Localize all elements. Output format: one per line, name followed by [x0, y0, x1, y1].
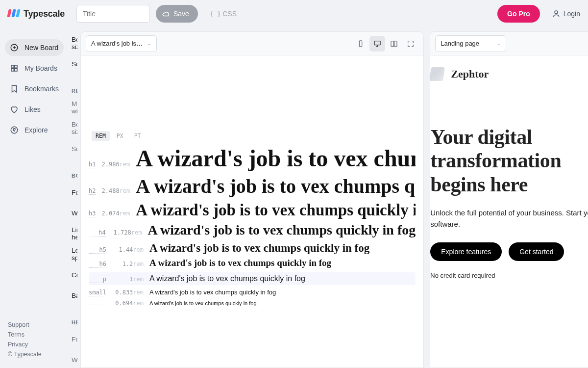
chevron-down-icon: ⌄ [496, 40, 501, 47]
nav-label: New Board [24, 44, 58, 52]
nav-label: My Boards [24, 64, 57, 72]
landing-preview-panel: Landing page ⌄ [430, 31, 588, 368]
scale-tag: p [89, 276, 106, 283]
scale-row-h4[interactable]: h41.728remA wizard's job is to vex chump… [89, 223, 416, 238]
footer-copyright: © Typescale [8, 349, 59, 359]
svg-rect-3 [15, 65, 17, 68]
label-head-weight: Weight [72, 356, 77, 364]
label-body-lh: Line-height [72, 226, 77, 241]
cta-explore[interactable]: Explore features [430, 242, 502, 261]
login-button[interactable]: Login [552, 9, 580, 18]
nav-likes[interactable]: Likes [5, 101, 64, 118]
device-mobile-icon[interactable] [353, 36, 368, 52]
scale-tag: h6 [89, 261, 106, 268]
svg-rect-9 [391, 41, 393, 46]
grid-icon [10, 64, 19, 73]
nav-label: Explore [24, 126, 48, 134]
sample-text-select[interactable]: A wizard's job is to ve... ⌄ [86, 35, 157, 52]
scale-row-p[interactable]: p1remA wizard's job is to vex chumps qui… [89, 272, 416, 285]
unit-tabs: REM PX PT [92, 131, 416, 141]
plus-circle-icon [10, 43, 19, 52]
go-pro-button[interactable]: Go Pro [497, 5, 540, 23]
footer-support[interactable]: Support [8, 320, 59, 330]
scale-tag: h3 [89, 210, 96, 217]
scale-sample: A wizard's job is to vex chumps quickly … [136, 146, 416, 172]
cloud-icon [162, 9, 171, 18]
label-body-color: Color [72, 271, 77, 279]
scale-sample: A wizard's job is to vex chumps quickly … [136, 176, 416, 197]
nav-footer: Support Terms Privacy © Typescale [5, 320, 64, 363]
scale-row-h5[interactable]: h51.44remA wizard's job is to vex chumps… [89, 242, 416, 254]
nav-new-board[interactable]: New Board [5, 39, 64, 56]
scale-row-tiny[interactable]: 0.694remA wizard's job is to vex chumps … [89, 300, 416, 307]
scale-row-h6[interactable]: h61.2remA wizard's job is to vex chumps … [89, 258, 416, 268]
nav-explore[interactable]: Explore [5, 122, 64, 138]
hero-subtitle: Unlock the full potential of your busine… [430, 207, 588, 230]
footer-privacy[interactable]: Privacy [8, 340, 59, 349]
label-resp-body-size: Body size [72, 121, 77, 135]
svg-rect-4 [11, 69, 14, 71]
scale-sample: A wizard's job is to vex chumps quickly … [149, 258, 331, 268]
expand-icon[interactable] [403, 36, 418, 52]
svg-rect-5 [15, 69, 17, 71]
nav-my-boards[interactable]: My Boards [5, 60, 64, 77]
app-name: Typescale [24, 9, 65, 19]
scale-tag [89, 305, 106, 305]
css-button[interactable]: { } CSS [210, 10, 237, 18]
app-logo[interactable]: Typescale [8, 9, 71, 19]
braces-icon: { } [210, 10, 220, 18]
template-select[interactable]: Landing page ⌄ [435, 35, 506, 52]
svg-rect-10 [394, 41, 397, 46]
scale-size: 1rem [112, 276, 144, 283]
scale-size: 2.074rem [101, 210, 130, 217]
scale-row-h3[interactable]: h32.074remA wizard's job is to vex chump… [89, 201, 416, 219]
login-label: Login [564, 10, 580, 18]
label-resp-scale: Scale [72, 145, 77, 153]
type-scale-panel: A wizard's job is to ve... ⌄ [80, 31, 424, 368]
scale-sample: A wizard's job is to vex chumps quickly … [149, 274, 305, 283]
scale-sample: A wizard's job is to vex chumps quickly … [149, 289, 276, 296]
cta-start[interactable]: Get started [509, 242, 564, 261]
svg-point-6 [11, 127, 18, 133]
device-desktop-icon[interactable] [369, 36, 385, 52]
label-min-width: Min-width [72, 100, 77, 115]
label-head-font: Font [72, 336, 77, 343]
save-button[interactable]: Save [156, 5, 198, 23]
svg-rect-8 [374, 41, 380, 45]
label-body-font: Font [72, 189, 77, 196]
scale-tag: h2 [89, 188, 96, 195]
unit-tab-pt[interactable]: PT [130, 131, 145, 141]
heart-icon [10, 105, 19, 114]
scale-sample: A wizard's job is to vex chumps quickly … [136, 201, 416, 219]
save-button-label: Save [173, 10, 189, 18]
label-body-weight: Weight [72, 210, 77, 217]
scale-sample: A wizard's job is to vex chumps quickly … [149, 242, 369, 254]
svg-rect-2 [11, 65, 14, 68]
scale-size: 0.833rem [112, 289, 144, 296]
board-title-input[interactable] [76, 5, 150, 23]
layout-icon[interactable] [386, 36, 402, 52]
unit-tab-px[interactable]: PX [113, 131, 127, 141]
hero-note: No credit card required [430, 272, 588, 279]
svg-point-0 [555, 11, 558, 14]
scale-row-small[interactable]: small0.833remA wizard's job is to vex ch… [89, 289, 416, 296]
brand-name: Zephtor [451, 68, 489, 80]
scale-size: 2.986rem [101, 161, 130, 168]
svg-rect-7 [360, 41, 362, 47]
hero-title: Your digital transformation begins here [430, 125, 588, 196]
scale-size: 1.728rem [112, 230, 142, 236]
scale-size: 1.44rem [112, 247, 144, 253]
label-body-bg: Background [72, 292, 77, 299]
scale-row-h1[interactable]: h12.986remA wizard's job is to vex chump… [89, 146, 416, 172]
compass-icon [10, 126, 19, 134]
scale-tag: h1 [89, 161, 96, 168]
css-button-label: CSS [222, 10, 237, 18]
label-body-ls: Letter-spacing [72, 247, 77, 262]
scale-row-h2[interactable]: h22.488remA wizard's job is to vex chump… [89, 176, 416, 197]
scale-tag: h5 [89, 247, 106, 254]
scale-size: 0.694rem [112, 300, 144, 307]
footer-terms[interactable]: Terms [8, 330, 59, 340]
settings-panel: Body size 16 px Scale 1.200 – Minor ... … [69, 27, 77, 368]
nav-bookmarks[interactable]: Bookmarks [5, 80, 64, 97]
unit-tab-rem[interactable]: REM [92, 131, 110, 141]
